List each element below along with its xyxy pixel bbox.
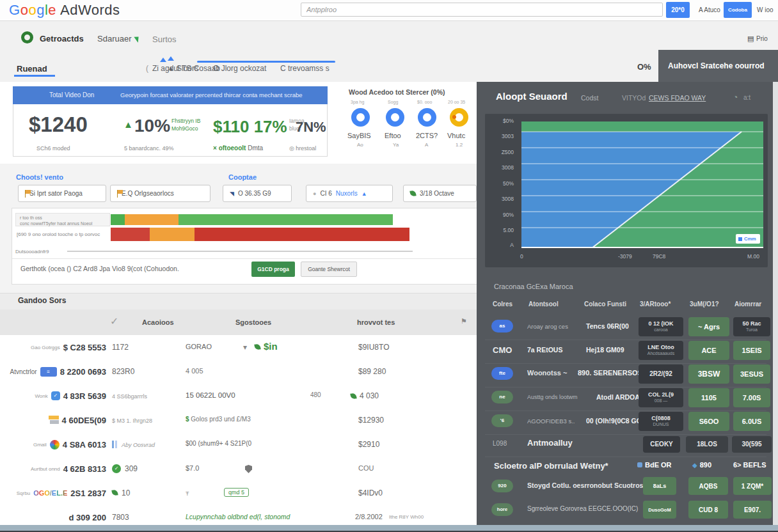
printer-icon: ▤ [747,35,754,43]
nav-item-3[interactable]: Surtos [152,35,177,44]
panel-col-header[interactable]: Aiomrrar [734,301,761,308]
dropdown-caret-icon[interactable]: ▾ [243,343,247,352]
diamond-icon: ◆ [692,462,697,469]
stat-2-note1: Fhsttryyn IB [171,118,200,125]
card-divider [12,258,478,259]
metric-badge-green[interactable]: AQBS [688,477,728,495]
y-tick: Z500 [484,149,514,155]
filter-button-4[interactable]: ● CI 6 Nuxorls ▲ [306,185,393,202]
table-header-col3[interactable]: hrovvot tes [357,318,395,326]
scrollbar[interactable] [773,82,778,532]
bar-row-2-label: [690 9 ono orolod tooche o tp oorvoc [17,231,100,237]
gear-icon[interactable]: O% [637,62,651,72]
tab-adgroups[interactable]: Zi agdul loors [152,64,198,73]
flag-icon[interactable]: ⚑ [461,317,467,325]
metric-badge-green[interactable]: E907. [733,501,772,519]
filter-group-label-left: Choots! vento [16,173,63,181]
table-row[interactable]: 4 60DE5(09 $ M3 1. Ihrgn28 $ Golos prd3 … [0,408,479,433]
clock-icon: ◔ [733,93,738,102]
table-row[interactable]: Gmail 4 S8A 6013 Aby Oosvrad $00 (shum9+… [0,432,479,457]
panel-col-header[interactable]: Atontsool [528,301,559,308]
metric-badge-dark[interactable]: 0 12 (IOKcarooa [639,317,683,336]
checkmark-icon[interactable]: ✓ [110,315,118,327]
confirm-button[interactable]: G1CD proga [251,262,295,277]
row-pill: as [491,320,513,332]
metric-badge-green[interactable]: 6.0US [733,412,770,431]
panel-col-header[interactable]: 3/ARtooo* [640,301,671,308]
metric-badge-green[interactable]: CUD 8 [688,501,728,519]
metric-badge-green[interactable]: 8aLs [643,477,676,495]
row-pill: fte [491,367,513,380]
metric-badge-green[interactable]: 1 ZQM* [733,477,772,495]
cancel-button[interactable]: Goante Shewrcot [301,262,357,277]
table-title: Gandoo Sors [18,296,66,305]
row-name-cell: 4 60DE5(09 [5,408,106,432]
nav-item-1[interactable]: Getroactds [40,34,84,43]
tab-keywords[interactable]: O Jlorg ockozat [213,64,266,73]
table-row[interactable]: Gao Gotrggs $ C28 5553 1172 GORAO ▾ $in … [0,335,479,360]
status-ring-icon [21,31,33,43]
metric-badge-dark[interactable]: C(0808DUNUS [639,412,683,431]
y-tick: 50% [484,180,514,187]
filter-button-5[interactable]: 3/18 Octave [403,185,477,202]
metric-badge-dark[interactable]: 30(595 [732,436,772,453]
table-row[interactable]: Atvnctrlor ≡ 8 2200 0693 823R0 4 005 $89… [0,359,479,384]
metric-badge-green[interactable]: 1105 [688,388,729,407]
panel-col-header[interactable]: Colres [493,301,512,308]
nav-item-2[interactable]: Sdaruaer [97,34,131,43]
metric-badge-green[interactable]: DusoGoM [643,501,676,519]
metric-badge-green[interactable]: 7.00S [733,388,770,407]
stat-3-value: $110 17% [213,117,287,137]
panel-col-header[interactable]: Colaco Funsti [584,301,626,308]
section-badge[interactable]: ◆890 [692,461,711,469]
metric-badge-dark[interactable]: LNE OtooAhcdsaaauds [639,341,683,360]
y-tick: 5.00 [484,227,514,233]
row-pill: '6 [491,414,513,427]
x-tick: M.00 [747,253,759,260]
nav-right-label[interactable]: Prio [756,35,768,42]
metric-badge-dark[interactable]: COL 2L(9008 — [639,388,683,407]
area-chart-plot[interactable] [521,121,763,248]
table-row[interactable]: Aurtbut onnd 4 62B 8313 ✓ 309 $7.0 COU [0,457,479,481]
table-header-col1[interactable]: Acaoioos [142,318,174,326]
logo-suffix: AdWords [60,2,120,18]
tab-overview[interactable]: Ruenad [17,64,47,74]
outlined-green-badge[interactable]: qmd 5 [224,488,249,497]
table-header-col2[interactable]: Sgostooes [235,318,271,326]
metric-badge-green[interactable]: ~ Agrs [688,317,729,336]
metric-badge-green[interactable]: 1SEIS [733,341,770,360]
stacked-bar-row-1[interactable] [111,214,393,225]
topbar-link-b[interactable]: W ioo [757,6,774,13]
stacked-bar-row-2[interactable] [111,228,409,241]
logo-letter: o [20,2,29,18]
section-badge[interactable]: BdE OR [637,461,672,469]
metric-badge-green[interactable]: 3ESUS [733,364,770,384]
metric-badge-green[interactable]: S6OO [688,412,729,431]
secondary-action-button[interactable]: Codoba [724,2,752,18]
tab-audiences[interactable]: C trevoamss s [280,64,329,73]
search-input[interactable] [301,3,663,17]
metric-badge-dark[interactable]: 2R2/(92 [639,364,683,384]
row-name-cell: Wonk ✓ 4 83R 5639 [5,384,106,408]
metric-badge-dark[interactable]: CEOKY [643,436,680,453]
section-badge[interactable]: 6> BEFLS [733,461,766,469]
table-title-band [0,293,479,311]
primary-action-button[interactable]: 20*0 [666,2,690,18]
metric-badge-green[interactable]: ACE [688,341,729,360]
filter-button-2[interactable]: E.Q Orlgseaorlocs [110,185,210,202]
table-row[interactable]: Sqrbu OGO/EL.E 2S1 2837 10 Ŧ qmd 5 $4IDv… [0,481,479,506]
metric-badge-dark[interactable]: 18LOS [686,436,728,453]
row-divider [485,340,766,340]
table-row[interactable]: Wonk ✓ 4 83R 5639 4 SS6bgarrrls 15 0622L… [0,384,479,409]
y-tick: 3008 [484,164,514,171]
row-name-cell: Sqrbu OGO/EL.E 2S1 2837 [5,481,106,505]
metric-badge-green[interactable]: 3BSW [688,364,729,384]
filter-button-3[interactable]: ◥ O 36.35 G9 [223,185,292,202]
topbar-link-a[interactable]: A Atuco [699,6,720,13]
panel-link[interactable]: CEWS FDAO WAY [649,94,706,102]
panel-col-header[interactable]: 3uM(/O1? [690,301,719,308]
filter-button-1[interactable]: Si Iprt sator Paoga [18,185,106,202]
stat-2-note2: Moh9Goco [171,125,198,132]
clock-label: a:t [743,94,750,101]
metric-badge-dark[interactable]: 50 RacTuroa [733,317,770,336]
